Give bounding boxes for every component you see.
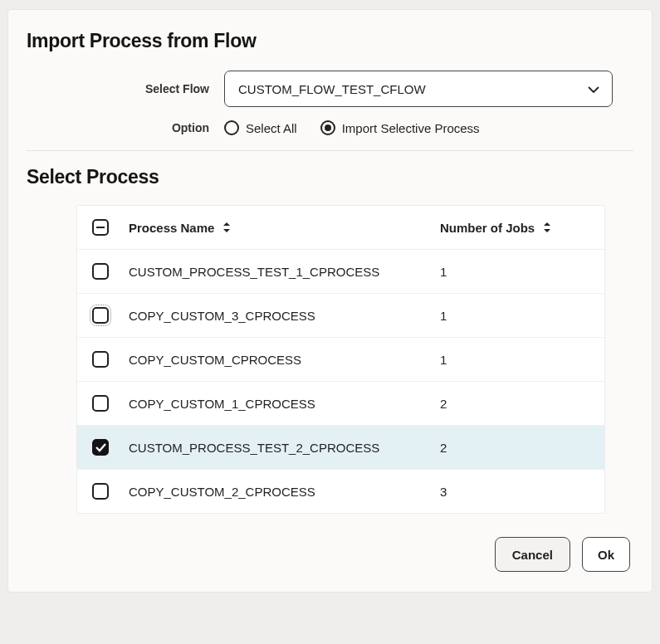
radio-import-selective[interactable]: Import Selective Process bbox=[320, 120, 480, 135]
option-row: Option Select All Import Selective Proce… bbox=[27, 120, 633, 135]
row-checkbox[interactable] bbox=[92, 351, 109, 368]
select-title: Select Process bbox=[27, 166, 633, 188]
row-checkbox[interactable] bbox=[92, 307, 109, 324]
number-of-jobs-cell: 1 bbox=[440, 309, 589, 323]
import-process-modal: Import Process from Flow Select Flow CUS… bbox=[8, 10, 652, 592]
option-radio-group: Select All Import Selective Process bbox=[224, 120, 480, 135]
column-header-number-of-jobs-label: Number of Jobs bbox=[440, 221, 535, 235]
process-name-cell: COPY_CUSTOM_2_CPROCESS bbox=[129, 485, 440, 499]
row-checkbox[interactable] bbox=[92, 395, 109, 412]
radio-icon bbox=[224, 120, 239, 135]
table-row[interactable]: CUSTOM_PROCESS_TEST_1_CPROCESS1 bbox=[77, 250, 604, 294]
radio-select-all[interactable]: Select All bbox=[224, 120, 297, 135]
select-flow-dropdown[interactable]: CUSTOM_FLOW_TEST_CFLOW bbox=[224, 71, 613, 107]
number-of-jobs-cell: 2 bbox=[440, 441, 589, 455]
table-row[interactable]: COPY_CUSTOM_3_CPROCESS1 bbox=[77, 294, 604, 338]
process-name-cell: CUSTOM_PROCESS_TEST_1_CPROCESS bbox=[129, 265, 440, 279]
sort-icon bbox=[222, 222, 231, 233]
number-of-jobs-cell: 1 bbox=[440, 353, 589, 367]
table-row[interactable]: COPY_CUSTOM_CPROCESS1 bbox=[77, 338, 604, 382]
process-name-cell: COPY_CUSTOM_1_CPROCESS bbox=[129, 397, 440, 411]
ok-button[interactable]: Ok bbox=[582, 537, 630, 572]
select-flow-label: Select Flow bbox=[27, 82, 224, 95]
number-of-jobs-cell: 1 bbox=[440, 265, 589, 279]
process-name-cell: COPY_CUSTOM_3_CPROCESS bbox=[129, 309, 440, 323]
row-checkbox[interactable] bbox=[92, 263, 109, 280]
column-header-number-of-jobs[interactable]: Number of Jobs bbox=[440, 221, 589, 235]
column-header-process-name-label: Process Name bbox=[129, 221, 214, 235]
radio-select-all-label: Select All bbox=[246, 121, 297, 135]
option-label: Option bbox=[27, 121, 224, 134]
process-name-cell: COPY_CUSTOM_CPROCESS bbox=[129, 353, 440, 367]
divider bbox=[27, 150, 633, 151]
radio-import-selective-label: Import Selective Process bbox=[342, 121, 480, 135]
table-row[interactable]: COPY_CUSTOM_1_CPROCESS2 bbox=[77, 382, 604, 426]
table-row[interactable]: COPY_CUSTOM_2_CPROCESS3 bbox=[77, 470, 604, 513]
select-all-checkbox[interactable] bbox=[92, 219, 109, 236]
cancel-button[interactable]: Cancel bbox=[495, 537, 570, 572]
process-name-cell: CUSTOM_PROCESS_TEST_2_CPROCESS bbox=[129, 441, 440, 455]
process-table: Process Name Number of Jobs CUSTOM_PROCE… bbox=[76, 205, 605, 514]
table-row[interactable]: CUSTOM_PROCESS_TEST_2_CPROCESS2 bbox=[77, 426, 604, 470]
table-header-row: Process Name Number of Jobs bbox=[77, 206, 604, 250]
modal-footer: Cancel Ok bbox=[27, 537, 633, 572]
select-flow-value: CUSTOM_FLOW_TEST_CFLOW bbox=[238, 82, 426, 96]
row-checkbox[interactable] bbox=[92, 483, 109, 500]
sort-icon bbox=[543, 222, 551, 233]
row-checkbox[interactable] bbox=[92, 439, 109, 456]
radio-icon bbox=[320, 120, 335, 135]
number-of-jobs-cell: 3 bbox=[440, 485, 589, 499]
select-flow-row: Select Flow CUSTOM_FLOW_TEST_CFLOW bbox=[27, 71, 633, 107]
import-title: Import Process from Flow bbox=[27, 30, 633, 52]
number-of-jobs-cell: 2 bbox=[440, 397, 589, 411]
column-header-process-name[interactable]: Process Name bbox=[129, 221, 440, 235]
